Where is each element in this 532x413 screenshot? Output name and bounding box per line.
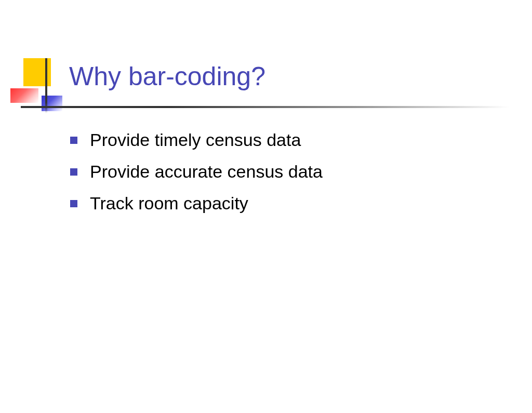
bullet-list: Provide timely census data Provide accur… [70, 130, 323, 225]
bullet-square-icon [70, 168, 77, 176]
bullet-square-icon [70, 137, 77, 144]
list-item: Provide timely census data [70, 130, 323, 150]
bullet-text: Provide accurate census data [90, 162, 323, 182]
slide-title: Why bar-coding? [69, 61, 265, 91]
red-square [10, 88, 38, 103]
list-item: Track room capacity [70, 193, 323, 214]
bullet-square-icon [70, 200, 77, 207]
bullet-text: Provide timely census data [90, 130, 301, 150]
vertical-divider [45, 58, 47, 113]
blue-square [42, 96, 62, 111]
horizontal-divider [21, 106, 509, 108]
slide-container: Why bar-coding? Provide timely census da… [0, 0, 532, 413]
list-item: Provide accurate census data [70, 162, 323, 182]
bullet-text: Track room capacity [90, 193, 248, 214]
